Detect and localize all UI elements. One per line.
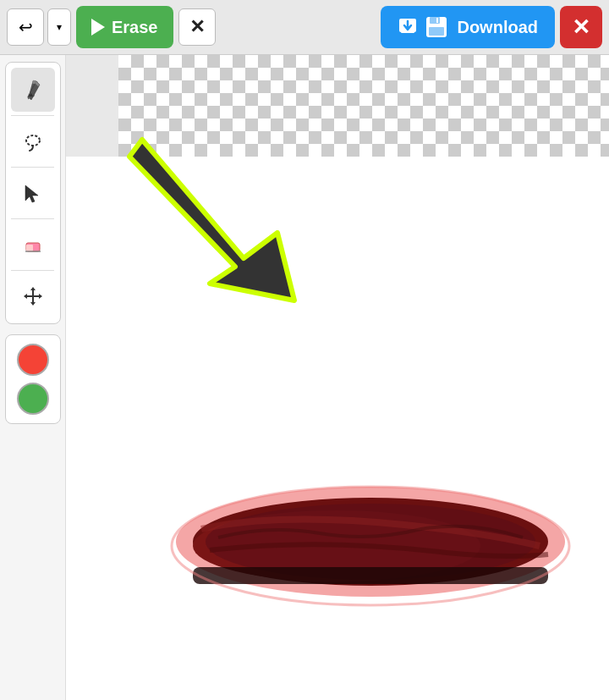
- toolbar: ↩ ▾ Erase ✕ Download ✕: [0, 0, 609, 55]
- svg-rect-3: [430, 17, 440, 24]
- tool-divider-2: [11, 167, 54, 168]
- white-canvas: [66, 157, 609, 700]
- floppy-disk-icon: [425, 15, 448, 39]
- play-icon: [91, 19, 105, 36]
- erase-button[interactable]: Erase: [76, 6, 173, 48]
- erase-label: Erase: [112, 18, 158, 37]
- download-icon: [398, 17, 418, 37]
- tool-divider: [11, 115, 54, 116]
- eraser-icon: [21, 233, 45, 256]
- close-small-icon: ✕: [189, 16, 205, 38]
- red-color-button[interactable]: [17, 344, 49, 376]
- svg-rect-5: [429, 27, 444, 36]
- pencil-icon: [21, 78, 45, 102]
- tool-divider-4: [11, 270, 54, 271]
- undo-group: ↩ ▾: [7, 8, 71, 46]
- svg-rect-1: [401, 31, 414, 33]
- checkerboard-pattern: [118, 55, 609, 157]
- color-group: [5, 334, 61, 424]
- green-color-button[interactable]: [17, 383, 49, 415]
- move-tool-button[interactable]: [11, 274, 55, 318]
- undo-icon: ↩: [19, 17, 33, 37]
- lasso-icon: [21, 130, 45, 153]
- svg-line-9: [28, 96, 29, 99]
- close-small-button[interactable]: ✕: [178, 8, 216, 46]
- undo-button[interactable]: ↩: [7, 8, 44, 46]
- lasso-tool-button[interactable]: [11, 119, 55, 163]
- select-tool-button[interactable]: [11, 171, 55, 215]
- close-red-button[interactable]: ✕: [560, 6, 602, 48]
- svg-point-10: [26, 135, 40, 146]
- eraser-tool-button[interactable]: [11, 223, 55, 267]
- canvas-area[interactable]: [66, 55, 609, 700]
- download-label: Download: [457, 18, 538, 37]
- svg-rect-4: [436, 18, 438, 23]
- tool-divider-3: [11, 218, 54, 219]
- svg-rect-12: [26, 245, 33, 251]
- download-button[interactable]: Download: [381, 6, 555, 48]
- chevron-down-icon: ▾: [57, 21, 62, 33]
- move-icon: [21, 284, 45, 308]
- undo-dropdown-button[interactable]: ▾: [47, 8, 71, 46]
- main-area: [0, 55, 609, 700]
- close-red-icon: ✕: [572, 14, 590, 41]
- sidebar: [0, 55, 66, 700]
- pencil-tool-button[interactable]: [11, 68, 55, 112]
- tool-group: [5, 62, 61, 324]
- select-icon: [21, 181, 45, 205]
